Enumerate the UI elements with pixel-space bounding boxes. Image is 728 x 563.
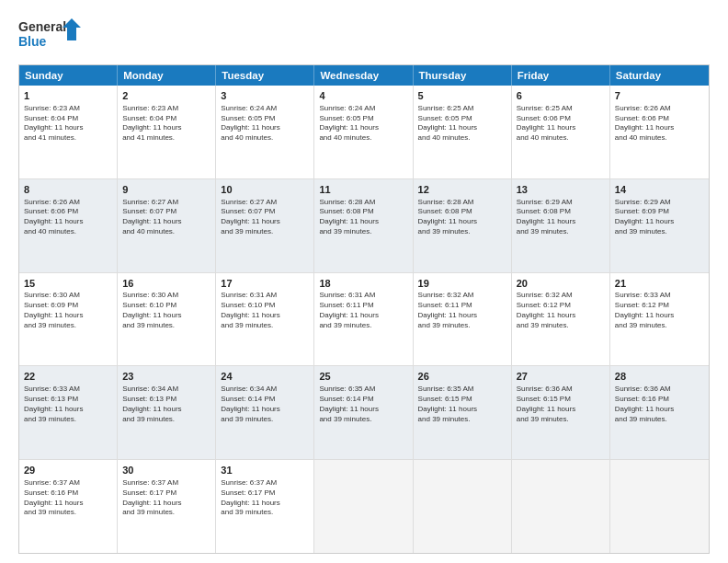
day-number: 11	[319, 183, 407, 197]
cell-text: Sunrise: 6:33 AMSunset: 6:13 PMDaylight:…	[24, 385, 112, 424]
day-number: 18	[319, 277, 407, 291]
cell-text: Sunrise: 6:28 AMSunset: 6:08 PMDaylight:…	[418, 198, 506, 237]
calendar-row-2: 8Sunrise: 6:26 AMSunset: 6:06 PMDaylight…	[19, 179, 709, 273]
table-row: 8Sunrise: 6:26 AMSunset: 6:06 PMDaylight…	[19, 179, 118, 272]
cell-text: Sunrise: 6:23 AMSunset: 6:04 PMDaylight:…	[24, 104, 112, 144]
cell-text: Sunrise: 6:27 AMSunset: 6:07 PMDaylight:…	[122, 198, 210, 237]
calendar-row-4: 22Sunrise: 6:33 AMSunset: 6:13 PMDayligh…	[19, 366, 709, 460]
table-row: 16Sunrise: 6:30 AMSunset: 6:10 PMDayligh…	[118, 273, 216, 366]
cell-text: Sunrise: 6:37 AMSunset: 6:17 PMDaylight:…	[221, 478, 309, 518]
table-row: 10Sunrise: 6:27 AMSunset: 6:07 PMDayligh…	[216, 179, 314, 272]
table-row	[512, 460, 610, 553]
cell-text: Sunrise: 6:29 AMSunset: 6:08 PMDaylight:…	[517, 198, 605, 237]
table-row: 3Sunrise: 6:24 AMSunset: 6:05 PMDaylight…	[216, 86, 314, 178]
calendar-row-1: 1Sunrise: 6:23 AMSunset: 6:04 PMDaylight…	[19, 86, 709, 179]
page-header: General Blue	[18, 17, 710, 55]
svg-text:General: General	[18, 19, 66, 34]
day-number: 19	[418, 277, 506, 291]
day-number: 9	[122, 183, 210, 197]
table-row: 13Sunrise: 6:29 AMSunset: 6:08 PMDayligh…	[512, 179, 610, 272]
day-number: 3	[221, 89, 309, 103]
day-number: 7	[615, 89, 704, 103]
table-row: 26Sunrise: 6:35 AMSunset: 6:15 PMDayligh…	[414, 366, 512, 459]
table-row: 29Sunrise: 6:37 AMSunset: 6:16 PMDayligh…	[19, 460, 118, 553]
logo: General Blue	[18, 17, 83, 55]
table-row: 23Sunrise: 6:34 AMSunset: 6:13 PMDayligh…	[118, 366, 216, 459]
table-row: 24Sunrise: 6:34 AMSunset: 6:14 PMDayligh…	[216, 366, 314, 459]
table-row	[610, 460, 709, 553]
cell-text: Sunrise: 6:30 AMSunset: 6:10 PMDaylight:…	[122, 291, 210, 330]
cell-text: Sunrise: 6:30 AMSunset: 6:09 PMDaylight:…	[24, 291, 112, 330]
cell-text: Sunrise: 6:26 AMSunset: 6:06 PMDaylight:…	[24, 198, 112, 237]
calendar-row-3: 15Sunrise: 6:30 AMSunset: 6:09 PMDayligh…	[19, 273, 709, 367]
table-row: 6Sunrise: 6:25 AMSunset: 6:06 PMDaylight…	[512, 86, 610, 178]
calendar: SundayMondayTuesdayWednesdayThursdayFrid…	[18, 64, 710, 554]
cell-text: Sunrise: 6:25 AMSunset: 6:06 PMDaylight:…	[517, 104, 605, 144]
day-number: 13	[517, 183, 605, 197]
cell-text: Sunrise: 6:36 AMSunset: 6:16 PMDaylight:…	[615, 385, 704, 424]
table-row: 31Sunrise: 6:37 AMSunset: 6:17 PMDayligh…	[216, 460, 314, 553]
table-row: 9Sunrise: 6:27 AMSunset: 6:07 PMDaylight…	[118, 179, 216, 272]
day-number: 15	[24, 277, 112, 291]
cell-text: Sunrise: 6:27 AMSunset: 6:07 PMDaylight:…	[221, 198, 309, 237]
day-number: 26	[418, 370, 506, 384]
table-row	[314, 460, 413, 553]
table-row: 12Sunrise: 6:28 AMSunset: 6:08 PMDayligh…	[414, 179, 512, 272]
table-row: 18Sunrise: 6:31 AMSunset: 6:11 PMDayligh…	[314, 273, 413, 366]
cell-text: Sunrise: 6:26 AMSunset: 6:06 PMDaylight:…	[615, 104, 704, 144]
day-number: 29	[24, 464, 112, 477]
header-cell-monday: Monday	[118, 65, 216, 86]
table-row: 4Sunrise: 6:24 AMSunset: 6:05 PMDaylight…	[314, 86, 413, 178]
header-cell-friday: Friday	[512, 65, 610, 86]
cell-text: Sunrise: 6:24 AMSunset: 6:05 PMDaylight:…	[319, 104, 407, 144]
cell-text: Sunrise: 6:35 AMSunset: 6:14 PMDaylight:…	[319, 385, 407, 424]
table-row: 2Sunrise: 6:23 AMSunset: 6:04 PMDaylight…	[118, 86, 216, 178]
day-number: 1	[24, 89, 112, 103]
table-row: 28Sunrise: 6:36 AMSunset: 6:16 PMDayligh…	[610, 366, 709, 459]
table-row: 30Sunrise: 6:37 AMSunset: 6:17 PMDayligh…	[118, 460, 216, 553]
day-number: 4	[319, 89, 407, 103]
cell-text: Sunrise: 6:24 AMSunset: 6:05 PMDaylight:…	[221, 104, 309, 144]
table-row: 27Sunrise: 6:36 AMSunset: 6:15 PMDayligh…	[512, 366, 610, 459]
day-number: 24	[221, 370, 309, 384]
header-cell-tuesday: Tuesday	[216, 65, 314, 86]
day-number: 22	[24, 370, 112, 384]
cell-text: Sunrise: 6:37 AMSunset: 6:16 PMDaylight:…	[24, 478, 112, 518]
day-number: 20	[517, 277, 605, 291]
day-number: 8	[24, 183, 112, 197]
logo-svg: General Blue	[18, 17, 83, 55]
cell-text: Sunrise: 6:32 AMSunset: 6:12 PMDaylight:…	[517, 291, 605, 330]
day-number: 5	[418, 89, 506, 103]
cell-text: Sunrise: 6:34 AMSunset: 6:14 PMDaylight:…	[221, 385, 309, 424]
table-row: 21Sunrise: 6:33 AMSunset: 6:12 PMDayligh…	[610, 273, 709, 366]
cell-text: Sunrise: 6:28 AMSunset: 6:08 PMDaylight:…	[319, 198, 407, 237]
cell-text: Sunrise: 6:29 AMSunset: 6:09 PMDaylight:…	[615, 198, 704, 237]
table-row: 22Sunrise: 6:33 AMSunset: 6:13 PMDayligh…	[19, 366, 118, 459]
day-number: 23	[122, 370, 210, 384]
day-number: 6	[517, 89, 605, 103]
day-number: 30	[122, 464, 210, 477]
table-row: 11Sunrise: 6:28 AMSunset: 6:08 PMDayligh…	[314, 179, 413, 272]
cell-text: Sunrise: 6:37 AMSunset: 6:17 PMDaylight:…	[122, 478, 210, 518]
cell-text: Sunrise: 6:33 AMSunset: 6:12 PMDaylight:…	[615, 291, 704, 330]
table-row: 15Sunrise: 6:30 AMSunset: 6:09 PMDayligh…	[19, 273, 118, 366]
day-number: 28	[615, 370, 704, 384]
table-row	[414, 460, 512, 553]
svg-text:Blue: Blue	[18, 34, 47, 49]
cell-text: Sunrise: 6:31 AMSunset: 6:10 PMDaylight:…	[221, 291, 309, 330]
day-number: 25	[319, 370, 407, 384]
cell-text: Sunrise: 6:32 AMSunset: 6:11 PMDaylight:…	[418, 291, 506, 330]
table-row: 20Sunrise: 6:32 AMSunset: 6:12 PMDayligh…	[512, 273, 610, 366]
day-number: 10	[221, 183, 309, 197]
header-cell-wednesday: Wednesday	[314, 65, 413, 86]
day-number: 2	[122, 89, 210, 103]
calendar-header: SundayMondayTuesdayWednesdayThursdayFrid…	[19, 65, 709, 86]
cell-text: Sunrise: 6:23 AMSunset: 6:04 PMDaylight:…	[122, 104, 210, 144]
table-row: 14Sunrise: 6:29 AMSunset: 6:09 PMDayligh…	[610, 179, 709, 272]
cell-text: Sunrise: 6:25 AMSunset: 6:05 PMDaylight:…	[418, 104, 506, 144]
table-row: 19Sunrise: 6:32 AMSunset: 6:11 PMDayligh…	[414, 273, 512, 366]
day-number: 14	[615, 183, 704, 197]
table-row: 17Sunrise: 6:31 AMSunset: 6:10 PMDayligh…	[216, 273, 314, 366]
table-row: 1Sunrise: 6:23 AMSunset: 6:04 PMDaylight…	[19, 86, 118, 178]
cell-text: Sunrise: 6:34 AMSunset: 6:13 PMDaylight:…	[122, 385, 210, 424]
